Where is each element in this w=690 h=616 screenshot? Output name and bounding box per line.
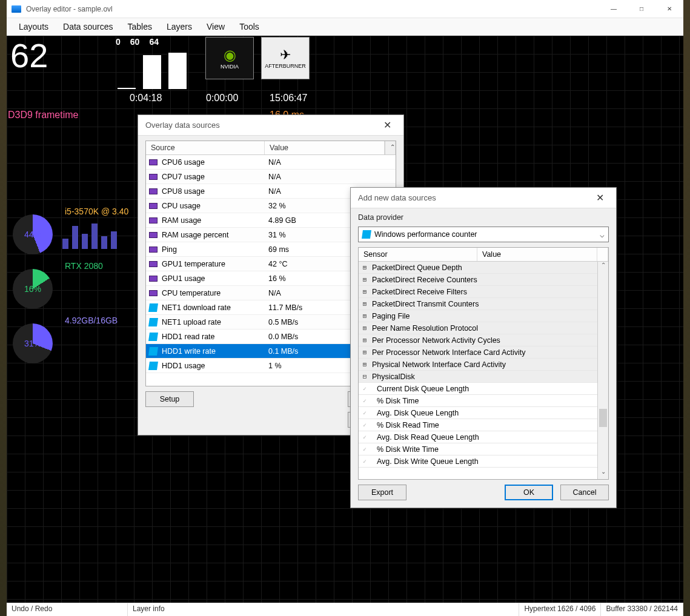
scroll-up-icon[interactable]: ⌃ xyxy=(598,262,608,273)
source-name: HDD1 write rate xyxy=(161,347,265,356)
windows-icon xyxy=(146,333,161,341)
sensor-child-row[interactable]: % Disk Time xyxy=(359,395,597,407)
dialog-add-title: Add new data sources xyxy=(358,193,436,202)
check-icon[interactable] xyxy=(359,457,371,465)
sensor-group-row[interactable]: ⊞PacketDirect Receive Filters xyxy=(359,286,597,298)
sensor-child-row[interactable]: % Disk Read Time xyxy=(359,419,597,431)
gpu-label: RTX 2080 xyxy=(65,261,103,271)
fps-counter[interactable]: 62 xyxy=(7,36,51,75)
scroll-thumb[interactable] xyxy=(599,409,607,427)
sensor-child-row[interactable]: Avg. Disk Queue Length xyxy=(359,407,597,419)
overlay-canvas[interactable]: 62 0 60 64 0:04:18 0:00:00 15:06:47 ◉NVI… xyxy=(7,36,683,603)
col-value[interactable]: Value xyxy=(265,141,385,154)
add-cancel-button[interactable]: Cancel xyxy=(560,485,609,500)
sensor-group-row[interactable]: ⊞Per Processor Network Activity Cycles xyxy=(359,334,597,346)
sensor-group-row[interactable]: ⊞PacketDirect Receive Counters xyxy=(359,274,597,286)
check-icon[interactable] xyxy=(359,445,371,453)
expand-icon[interactable]: ⊞ xyxy=(359,276,371,283)
dialog-ds-close-icon[interactable]: ✕ xyxy=(379,117,396,133)
sensor-group-row[interactable]: ⊞Paging File xyxy=(359,310,597,322)
expand-icon[interactable]: ⊞ xyxy=(359,324,371,332)
sensor-group-row[interactable]: ⊞PacketDirect Queue Depth xyxy=(359,262,597,274)
sensor-name: PacketDirect Receive Filters xyxy=(371,288,597,296)
ram-ring-icon xyxy=(13,323,53,363)
timer-zero[interactable]: 0:00:00 xyxy=(206,93,238,104)
nvidia-logo[interactable]: ◉NVIDIA xyxy=(205,37,254,79)
col-source[interactable]: Source xyxy=(146,141,265,154)
expand-icon[interactable]: ⊞ xyxy=(359,336,371,344)
tree-scrollbar[interactable]: ⌃ ⌄ xyxy=(597,262,608,479)
expand-icon[interactable]: ⊞ xyxy=(359,360,371,368)
col-sensor[interactable]: Sensor xyxy=(359,248,477,261)
sensor-group-row[interactable]: ⊟PhysicalDisk xyxy=(359,371,597,383)
chip-icon xyxy=(146,188,161,194)
sensor-name: Per Processor Network Interface Card Act… xyxy=(371,348,597,357)
data-source-row[interactable]: CPU7 usageN/A xyxy=(146,170,396,184)
data-source-row[interactable]: CPU6 usageN/A xyxy=(146,155,396,170)
add-ok-button[interactable]: OK xyxy=(505,485,553,500)
source-name: CPU7 usage xyxy=(161,173,265,181)
ram-label: 4.92GB/16GB xyxy=(65,316,118,325)
sensor-child-row[interactable]: Avg. Disk Read Queue Length xyxy=(359,431,597,443)
provider-label: Data provider xyxy=(358,213,609,222)
titlebar[interactable]: Overlay editor - sample.ovl — □ ✕ xyxy=(7,0,683,18)
scroll-down-icon[interactable]: ⌄ xyxy=(598,468,608,479)
check-icon[interactable] xyxy=(359,409,371,417)
minimize-button[interactable]: — xyxy=(600,0,628,18)
menu-tables[interactable]: Tables xyxy=(121,19,159,34)
sensor-name: Peer Name Resolution Protocol xyxy=(371,324,597,333)
expand-icon[interactable]: ⊞ xyxy=(359,263,371,271)
sensor-group-row[interactable]: ⊞Peer Name Resolution Protocol xyxy=(359,322,597,334)
export-button[interactable]: Export xyxy=(358,485,406,500)
windows-icon xyxy=(362,230,371,239)
expand-icon[interactable]: ⊞ xyxy=(359,312,371,320)
expand-icon[interactable]: ⊟ xyxy=(359,373,371,380)
menu-layers[interactable]: Layers xyxy=(159,19,199,34)
sensor-group-row[interactable]: ⊞PacketDirect Transmit Counters xyxy=(359,298,597,310)
sensor-group-row[interactable]: ⊞Per Processor Network Interface Card Ac… xyxy=(359,346,597,359)
source-name: Ping xyxy=(161,245,265,254)
menu-view[interactable]: View xyxy=(199,19,232,34)
menu-datasources[interactable]: Data sources xyxy=(56,19,120,34)
status-undo[interactable]: Undo / Redo xyxy=(7,603,128,616)
clock[interactable]: 15:06:47 xyxy=(270,93,307,104)
ram-gauge[interactable]: 4.92GB/16GB xyxy=(7,319,140,368)
dialog-add-close-icon[interactable]: ✕ xyxy=(591,190,609,206)
app-icon xyxy=(12,5,21,13)
cpu-gauge[interactable]: i5-3570K @ 3.40 xyxy=(7,210,140,259)
provider-dropdown[interactable]: Windows performance counter xyxy=(358,227,609,242)
close-button[interactable]: ✕ xyxy=(655,0,683,18)
col-sensor-value[interactable]: Value xyxy=(477,248,597,261)
sensor-child-row[interactable]: Avg. Disk Write Queue Length xyxy=(359,455,597,468)
check-icon[interactable] xyxy=(359,385,371,392)
check-icon[interactable] xyxy=(359,421,371,429)
gpu-gauge[interactable]: RTX 2080 xyxy=(7,265,140,313)
source-name: CPU temperature xyxy=(161,289,265,297)
maximize-button[interactable]: □ xyxy=(628,0,655,18)
check-icon[interactable] xyxy=(359,433,371,441)
sensor-child-row[interactable]: % Disk Write Time xyxy=(359,443,597,455)
sensor-name: PacketDirect Queue Depth xyxy=(371,263,597,272)
expand-icon[interactable]: ⊞ xyxy=(359,288,371,296)
status-hypertext: Hypertext 1626 / 4096 xyxy=(519,603,601,616)
sensor-group-row[interactable]: ⊞Physical Network Interface Card Activit… xyxy=(359,359,597,371)
sensor-name: % Disk Read Time xyxy=(371,421,597,429)
sensor-name: PacketDirect Receive Counters xyxy=(371,276,597,284)
timer-elapsed[interactable]: 0:04:18 xyxy=(130,93,162,104)
setup-button[interactable]: Setup xyxy=(145,391,194,407)
expand-icon[interactable]: ⊞ xyxy=(359,348,371,356)
frametime-label[interactable]: D3D9 frametime xyxy=(8,110,78,121)
scroll-up-icon[interactable]: ⌃ xyxy=(385,141,396,154)
dialog-add-titlebar[interactable]: Add new data sources ✕ xyxy=(351,188,616,208)
menu-layouts[interactable]: Layouts xyxy=(12,19,56,34)
check-icon[interactable] xyxy=(359,397,371,405)
expand-icon[interactable]: ⊞ xyxy=(359,300,371,308)
sensor-child-row[interactable]: Current Disk Queue Length xyxy=(359,383,597,395)
status-layer[interactable]: Layer info xyxy=(128,603,519,616)
afterburner-logo[interactable]: ✈AFTERBURNER xyxy=(261,37,310,79)
dialog-add-data-sources: Add new data sources ✕ Data provider Win… xyxy=(350,187,617,508)
dialog-ds-titlebar[interactable]: Overlay data sources ✕ xyxy=(138,115,403,136)
menu-tools[interactable]: Tools xyxy=(232,19,267,34)
bar-chart[interactable] xyxy=(118,53,187,89)
dialog-ds-title: Overlay data sources xyxy=(145,121,220,130)
